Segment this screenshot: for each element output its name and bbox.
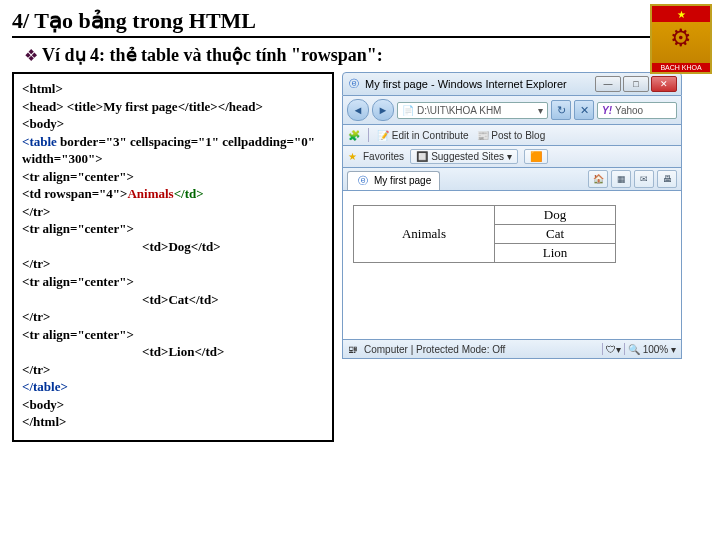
post-blog-button[interactable]: 📰 Post to Blog — [477, 130, 546, 141]
zone-icon[interactable]: 🛡▾ — [606, 344, 621, 355]
close-button[interactable]: ✕ — [651, 76, 677, 92]
site-icon: 🔲 — [416, 151, 428, 162]
university-logo: ★ ⚙ BACH KHOA — [650, 4, 712, 74]
page-tab[interactable]: ⓔMy first page — [347, 171, 440, 190]
browser-window: ⓔ My first page - Windows Internet Explo… — [342, 72, 682, 442]
bullet-icon: ❖ — [24, 47, 38, 64]
feeds-button[interactable]: ▦ — [611, 170, 631, 188]
web-slice-button[interactable]: 🟧 — [524, 149, 548, 164]
gear-icon: ⚙ — [670, 24, 692, 52]
title-bar: ⓔ My first page - Windows Internet Explo… — [342, 72, 682, 96]
search-box[interactable]: Y!Yahoo — [597, 102, 677, 119]
rendered-table: AnimalsDog Cat Lion — [353, 205, 616, 263]
table-cell: Cat — [495, 225, 616, 244]
mail-button[interactable]: ✉ — [634, 170, 654, 188]
back-button[interactable]: ◄ — [347, 99, 369, 121]
stop-button[interactable]: ✕ — [574, 100, 594, 120]
computer-icon: 🖳 — [348, 344, 358, 355]
home-button[interactable]: 🏠 — [588, 170, 608, 188]
print-button[interactable]: 🖶 — [657, 170, 677, 188]
edit-contribute-button[interactable]: 📝 Edit in Contribute — [377, 130, 469, 141]
table-cell: Lion — [495, 244, 616, 263]
folder-icon: 📄 — [402, 105, 414, 116]
slice-icon: 🟧 — [530, 151, 542, 162]
slide-heading: 4/ Tạo bảng trong HTML — [12, 8, 708, 38]
favorites-button[interactable]: Favorites — [363, 151, 404, 162]
table-cell-rowspan: Animals — [354, 206, 495, 263]
status-mode: Computer | Protected Mode: Off — [364, 344, 505, 355]
yahoo-icon: Y! — [602, 105, 612, 116]
suggested-sites-button[interactable]: 🔲Suggested Sites ▾ — [410, 149, 518, 164]
minimize-button[interactable]: — — [595, 76, 621, 92]
slide-subtitle: ❖Ví dụ 4: thẻ table và thuộc tính "rowsp… — [24, 44, 708, 66]
refresh-button[interactable]: ↻ — [551, 100, 571, 120]
zoom-level[interactable]: 🔍 100% ▾ — [628, 344, 676, 355]
contribute-icon: 🧩 — [348, 130, 360, 141]
code-block: <html> <head> <title>My first page</titl… — [12, 72, 334, 442]
window-title: My first page - Windows Internet Explore… — [365, 78, 591, 90]
page-content: AnimalsDog Cat Lion — [342, 191, 682, 340]
favorites-star-icon[interactable]: ★ — [348, 151, 357, 162]
ie-icon: ⓔ — [347, 77, 361, 91]
table-cell: Dog — [495, 206, 616, 225]
maximize-button[interactable]: □ — [623, 76, 649, 92]
address-bar[interactable]: 📄D:\UIT\KHOA KHM▾ — [397, 102, 548, 119]
forward-button[interactable]: ► — [372, 99, 394, 121]
ie-icon: ⓔ — [356, 174, 370, 188]
